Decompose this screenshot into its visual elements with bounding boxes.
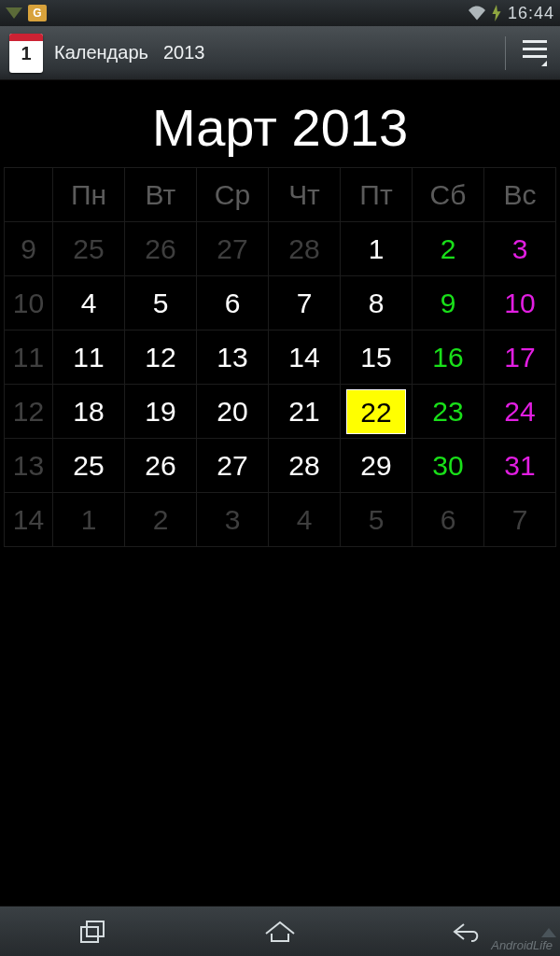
- day-cell[interactable]: 8: [341, 276, 413, 330]
- wifi-icon: [469, 6, 485, 21]
- day-cell[interactable]: 4: [53, 276, 125, 330]
- notification-icon: [6, 7, 22, 19]
- day-cell[interactable]: 17: [484, 330, 556, 385]
- day-cell[interactable]: 1: [341, 222, 413, 276]
- watermark: AndroidLife: [491, 938, 553, 952]
- day-cell[interactable]: 11: [53, 330, 125, 385]
- week-number-header: [5, 168, 53, 222]
- svg-rect-1: [87, 921, 104, 936]
- navigation-bar: AndroidLife: [0, 906, 560, 956]
- week-number: 10: [5, 276, 53, 330]
- day-cell[interactable]: 5: [341, 493, 413, 547]
- week-number: 9: [5, 222, 53, 276]
- day-cell[interactable]: 21: [269, 385, 341, 439]
- weekday-header: Вт: [125, 168, 197, 222]
- day-cell[interactable]: 14: [269, 330, 341, 385]
- day-cell[interactable]: 27: [197, 439, 269, 493]
- day-cell[interactable]: 3: [197, 493, 269, 547]
- battery-charging-icon: [491, 5, 502, 21]
- google-notification-icon: G: [28, 5, 47, 21]
- day-cell[interactable]: 25: [53, 222, 125, 276]
- day-cell[interactable]: 7: [269, 276, 341, 330]
- day-cell[interactable]: 6: [197, 276, 269, 330]
- action-bar: Календарь 2013: [0, 26, 560, 80]
- month-title: Март 2013: [0, 80, 560, 167]
- day-cell[interactable]: 18: [53, 385, 125, 439]
- weekday-header: Сб: [413, 168, 484, 222]
- day-cell[interactable]: 19: [125, 385, 197, 439]
- week-number: 13: [5, 439, 53, 493]
- day-cell[interactable]: 4: [269, 493, 341, 547]
- day-cell[interactable]: 24: [484, 385, 556, 439]
- day-cell[interactable]: 27: [197, 222, 269, 276]
- day-cell[interactable]: 9: [413, 276, 484, 330]
- day-cell[interactable]: 26: [125, 439, 197, 493]
- recent-apps-button[interactable]: [70, 915, 117, 949]
- day-cell[interactable]: 22: [341, 385, 413, 439]
- day-cell[interactable]: 25: [53, 439, 125, 493]
- day-cell[interactable]: 1: [53, 493, 125, 547]
- menu-button[interactable]: [519, 36, 551, 70]
- week-number: 12: [5, 385, 53, 439]
- week-number: 14: [5, 493, 53, 547]
- action-bar-divider: [505, 36, 506, 70]
- back-button[interactable]: [443, 915, 490, 949]
- day-cell[interactable]: 5: [125, 276, 197, 330]
- day-cell[interactable]: 2: [413, 222, 484, 276]
- weekday-header: Ср: [197, 168, 269, 222]
- status-clock: 16:44: [508, 4, 554, 23]
- overflow-caret-icon: [541, 928, 556, 937]
- day-cell[interactable]: 20: [197, 385, 269, 439]
- weekday-header: Пн: [53, 168, 125, 222]
- day-cell[interactable]: 15: [341, 330, 413, 385]
- today-highlight[interactable]: 22: [346, 389, 406, 434]
- weekday-header: Чт: [269, 168, 341, 222]
- day-cell[interactable]: 28: [269, 222, 341, 276]
- day-cell[interactable]: 31: [484, 439, 556, 493]
- app-title: Календарь: [54, 42, 148, 63]
- svg-rect-0: [81, 927, 98, 942]
- year-selector[interactable]: 2013: [163, 42, 205, 63]
- day-cell[interactable]: 6: [413, 493, 484, 547]
- day-cell[interactable]: 23: [413, 385, 484, 439]
- weekday-header: Вс: [484, 168, 556, 222]
- day-cell[interactable]: 30: [413, 439, 484, 493]
- day-cell[interactable]: 10: [484, 276, 556, 330]
- day-cell[interactable]: 12: [125, 330, 197, 385]
- status-bar: G 16:44: [0, 0, 560, 26]
- day-cell[interactable]: 26: [125, 222, 197, 276]
- calendar-app-icon[interactable]: [9, 34, 43, 73]
- week-number: 11: [5, 330, 53, 385]
- day-cell[interactable]: 16: [413, 330, 484, 385]
- weekday-header: Пт: [341, 168, 413, 222]
- calendar-grid: ПнВтСрЧтПтСбВс 9252627281231045678910111…: [0, 167, 560, 547]
- day-cell[interactable]: 2: [125, 493, 197, 547]
- day-cell[interactable]: 7: [484, 493, 556, 547]
- day-cell[interactable]: 29: [341, 439, 413, 493]
- day-cell[interactable]: 28: [269, 439, 341, 493]
- day-cell[interactable]: 13: [197, 330, 269, 385]
- home-button[interactable]: [257, 915, 303, 949]
- day-cell[interactable]: 3: [484, 222, 556, 276]
